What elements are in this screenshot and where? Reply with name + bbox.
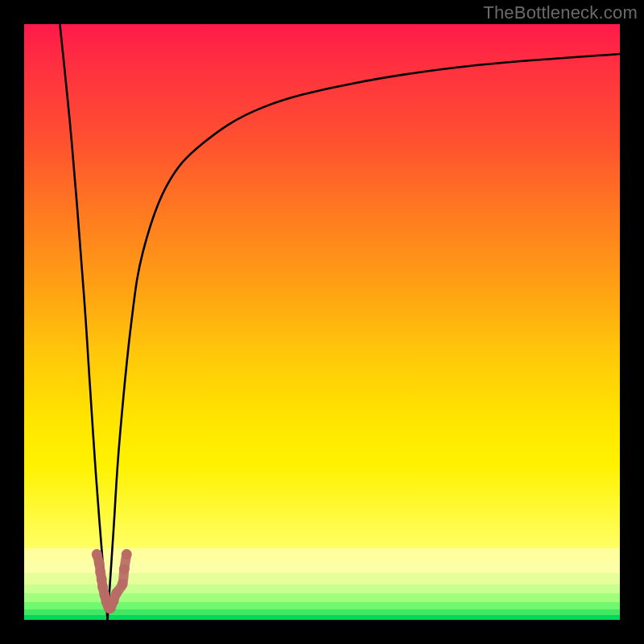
svg-point-1 bbox=[94, 558, 105, 568]
watermark-text: TheBottleneck.com bbox=[483, 2, 638, 23]
chart-svg bbox=[24, 24, 620, 620]
curve-left-branch bbox=[60, 24, 107, 620]
svg-point-13 bbox=[122, 549, 132, 559]
plot-area bbox=[24, 24, 620, 620]
curve-right-branch bbox=[108, 54, 620, 620]
bottleneck-curve bbox=[60, 24, 620, 620]
chart-frame: TheBottleneck.com bbox=[0, 0, 644, 644]
svg-point-0 bbox=[92, 549, 102, 559]
svg-point-10 bbox=[111, 588, 122, 598]
svg-point-11 bbox=[118, 579, 128, 589]
svg-point-12 bbox=[119, 564, 130, 575]
